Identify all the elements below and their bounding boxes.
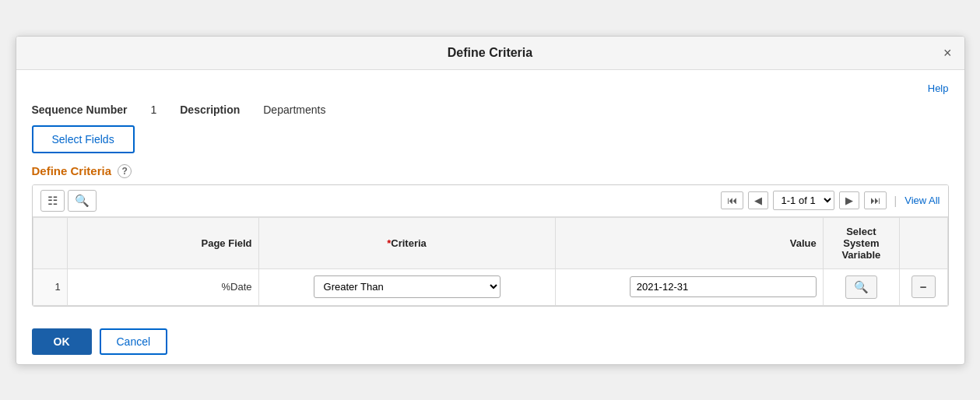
prev-page-button[interactable]: ◀ [748, 191, 768, 209]
pag-divider: | [894, 195, 897, 207]
dialog-body: Help Sequence Number 1 Description Depar… [16, 70, 964, 319]
delete-row-button[interactable]: − [912, 275, 936, 298]
toolbar-left: ☷ 🔍 [40, 190, 97, 212]
col-header-value: Value [555, 217, 823, 268]
section-title-text: Define Criteria [32, 164, 112, 177]
last-page-button[interactable]: ⏭ [864, 191, 887, 209]
dialog-header: Define Criteria × [16, 37, 964, 70]
view-all-link[interactable]: View All [904, 195, 940, 206]
criteria-select[interactable]: Equal To Not Equal To Greater Than Great… [314, 275, 501, 298]
table-row: 1 %Date Equal To Not Equal To Greater Th… [33, 268, 947, 305]
next-page-button[interactable]: ▶ [839, 191, 859, 209]
pagination: ⏮ ◀ 1-1 of 1 ▶ ⏭ | View All [721, 191, 940, 210]
table-body: 1 %Date Equal To Not Equal To Greater Th… [33, 268, 947, 305]
help-link[interactable]: Help [928, 82, 949, 94]
value-input[interactable] [630, 276, 817, 297]
col-header-page-field: Page Field [67, 217, 258, 268]
section-help-icon[interactable]: ? [118, 164, 132, 178]
search-icon: 🔍 [854, 280, 869, 293]
dialog-footer: OK Cancel [16, 319, 964, 364]
description-value: Departments [263, 104, 325, 116]
grid-container: ☷ 🔍 ⏮ ◀ 1-1 of 1 ▶ ⏭ | View All [32, 184, 949, 307]
cancel-button[interactable]: Cancel [100, 328, 168, 355]
grid-search-button[interactable]: 🔍 [68, 190, 97, 212]
help-row: Help [32, 78, 949, 97]
first-page-button[interactable]: ⏮ [721, 191, 743, 209]
close-button[interactable]: × [943, 44, 952, 61]
row-number: 1 [33, 268, 67, 305]
criteria-table: Page Field *Criteria Value SelectSystemV… [33, 217, 948, 306]
minus-icon: − [920, 280, 927, 293]
col-header-row-num [33, 217, 67, 268]
criteria-header-text: Criteria [391, 237, 427, 249]
dialog-title: Define Criteria [448, 46, 532, 60]
sequence-number-label: Sequence Number [32, 104, 128, 116]
define-criteria-section-title: Define Criteria ? [32, 164, 949, 178]
select-fields-button[interactable]: Select Fields [32, 125, 135, 153]
grid-toolbar: ☷ 🔍 ⏮ ◀ 1-1 of 1 ▶ ⏭ | View All [33, 185, 948, 217]
description-label: Description [180, 104, 240, 116]
value-cell [555, 268, 823, 305]
page-field-value: %Date [222, 281, 252, 293]
system-variable-search-button[interactable]: 🔍 [845, 275, 877, 299]
action-cell: − [900, 268, 948, 305]
grid-icon: ☷ [47, 194, 58, 208]
page-select[interactable]: 1-1 of 1 [773, 191, 834, 210]
table-header: Page Field *Criteria Value SelectSystemV… [33, 217, 947, 268]
ok-button[interactable]: OK [32, 328, 92, 355]
page-field-cell: %Date [67, 268, 258, 305]
system-variable-cell: 🔍 [823, 268, 899, 305]
sequence-number-value: 1 [150, 104, 156, 116]
define-criteria-dialog: Define Criteria × Help Sequence Number 1… [16, 36, 965, 365]
col-header-criteria: *Criteria [258, 217, 555, 268]
criteria-cell: Equal To Not Equal To Greater Than Great… [258, 268, 555, 305]
search-icon: 🔍 [75, 194, 90, 208]
grid-view-button[interactable]: ☷ [40, 190, 65, 212]
col-header-select-system-variable: SelectSystemVariable [823, 217, 899, 268]
col-header-action [900, 217, 948, 268]
info-row: Sequence Number 1 Description Department… [32, 104, 949, 116]
